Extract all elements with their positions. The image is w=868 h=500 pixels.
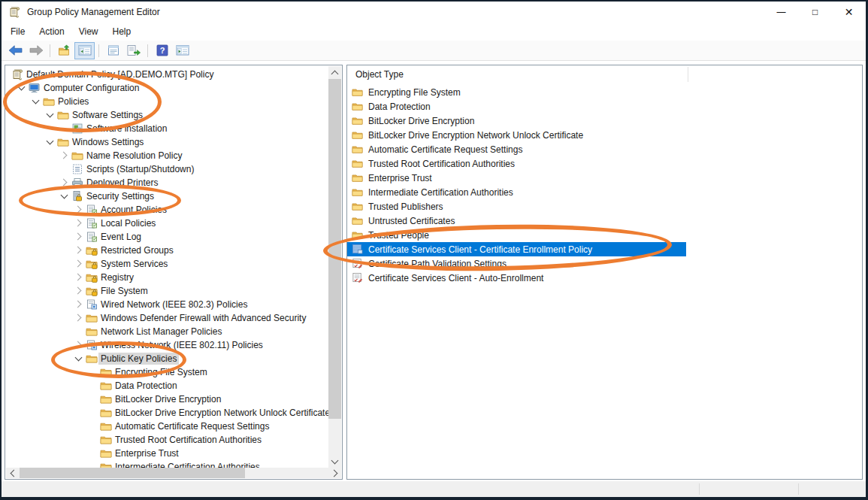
list-item[interactable]: Certificate Path Validation Settings — [347, 256, 862, 271]
tree-item[interactable]: BitLocker Drive Encryption — [5, 392, 329, 406]
chevron-right-icon[interactable] — [74, 272, 84, 283]
show-console-tree-button[interactable] — [74, 42, 95, 59]
minimize-button[interactable]: — — [764, 2, 798, 23]
tree-item[interactable]: BitLocker Drive Encryption Network Unloc… — [5, 406, 329, 420]
chevron-right-icon[interactable] — [74, 232, 84, 242]
list-item[interactable]: Untrusted Certificates — [347, 214, 862, 228]
help-button[interactable]: ? — [152, 42, 172, 59]
tree-item[interactable]: Software installation — [5, 122, 329, 135]
console-tree-pane: Default Domain Policy [AD.DEMO.MTG] Poli… — [5, 65, 343, 480]
chevron-down-icon[interactable] — [74, 353, 84, 364]
horizontal-scrollbar[interactable] — [6, 468, 341, 478]
vertical-scrollbar[interactable] — [328, 66, 341, 468]
tree-item-label: File System — [98, 285, 150, 297]
chevron-down-icon[interactable] — [17, 83, 27, 93]
tree-item[interactable]: Encrypting File System — [5, 365, 329, 379]
properties-button[interactable] — [103, 42, 123, 59]
scroll-down-arrow-icon[interactable] — [328, 455, 341, 468]
tree-item[interactable]: Deployed Printers — [5, 176, 329, 189]
tree-item[interactable]: Enterprise Trust — [5, 447, 329, 460]
up-one-level-button[interactable] — [54, 42, 74, 59]
chevron-right-icon[interactable] — [59, 150, 70, 161]
close-button[interactable]: ✕ — [832, 2, 866, 23]
menu-action[interactable]: Action — [32, 23, 71, 40]
chevron-right-icon[interactable] — [74, 218, 84, 229]
export-list-button[interactable] — [123, 42, 144, 59]
tree-item[interactable]: Computer Configuration — [5, 81, 329, 95]
chevron-right-icon[interactable] — [74, 340, 84, 350]
tree-item[interactable]: Default Domain Policy [AD.DEMO.MTG] Poli… — [5, 68, 329, 81]
chevron-right-icon[interactable] — [74, 259, 84, 269]
list-item[interactable]: BitLocker Drive Encryption Network Unloc… — [347, 128, 862, 142]
chevron-right-icon[interactable] — [74, 286, 84, 296]
folder-icon — [352, 215, 363, 226]
tree-item[interactable]: System Services — [5, 257, 329, 271]
tree-item[interactable]: File System — [5, 284, 329, 298]
tree-item[interactable]: Wired Network (IEEE 802.3) Policies — [5, 298, 329, 311]
tree-item[interactable]: Data Protection — [5, 379, 329, 392]
list-item-selected[interactable]: Certificate Services Client - Certificat… — [347, 242, 686, 256]
status-bar — [2, 481, 866, 497]
chevron-right-icon[interactable] — [59, 177, 70, 188]
chevron-down-icon[interactable] — [45, 110, 56, 120]
tree-item[interactable]: Name Resolution Policy — [5, 149, 329, 162]
list-item[interactable]: Enterprise Trust — [347, 171, 862, 185]
tree-item[interactable]: Trusted Root Certification Authorities — [5, 433, 329, 447]
chevron-right-icon[interactable] — [74, 313, 84, 323]
forward-arrow-icon — [28, 44, 44, 56]
tree-item[interactable]: Intermediate Certification Authorities — [5, 460, 329, 468]
menu-file[interactable]: File — [4, 23, 32, 40]
forward-button[interactable] — [26, 42, 46, 59]
tree-item[interactable]: Network List Manager Policies — [5, 325, 329, 338]
list-item[interactable]: Data Protection — [347, 99, 862, 114]
tree-item[interactable]: Policies — [5, 95, 329, 108]
tree-item[interactable]: Scripts (Startup/Shutdown) — [5, 162, 329, 176]
list-item[interactable]: Automatic Certificate Request Settings — [347, 142, 862, 156]
tree-item[interactable]: Account Policies — [5, 203, 329, 217]
tree-item[interactable]: Windows Defender Firewall with Advanced … — [5, 311, 329, 325]
list-item[interactable]: BitLocker Drive Encryption — [347, 114, 862, 128]
chevron-down-icon[interactable] — [59, 191, 70, 202]
back-button[interactable] — [5, 42, 26, 59]
tree-item[interactable]: Registry — [5, 271, 329, 284]
tree-item-label: BitLocker Drive Encryption — [113, 393, 223, 405]
list-item[interactable]: Trusted People — [347, 228, 862, 242]
tree-item-label: Data Protection — [113, 380, 180, 392]
chevron-right-icon[interactable] — [74, 245, 84, 256]
status-bar-separator — [798, 483, 799, 495]
menu-view[interactable]: View — [72, 23, 105, 40]
column-divider[interactable] — [688, 67, 688, 82]
tree-item[interactable]: Security Settings — [5, 189, 329, 203]
list-item[interactable]: Intermediate Certification Authorities — [347, 185, 862, 199]
chevron-down-icon[interactable] — [31, 96, 41, 107]
scroll-up-arrow-icon[interactable] — [328, 66, 341, 79]
list-item[interactable]: Trusted Root Certification Authorities — [347, 156, 862, 171]
chevron-spacer — [88, 380, 98, 391]
tree-item[interactable]: Software Settings — [5, 108, 329, 122]
scroll-right-arrow-icon[interactable] — [328, 468, 341, 478]
tree-item-selected[interactable]: Public Key Policies — [5, 352, 329, 365]
tree-item[interactable]: Wireless Network (IEEE 802.11) Policies — [5, 338, 329, 352]
scroll-left-arrow-icon[interactable] — [6, 468, 19, 478]
chevron-right-icon[interactable] — [74, 299, 84, 310]
chevron-right-icon[interactable] — [74, 205, 84, 215]
horizontal-scroll-thumb[interactable] — [20, 468, 245, 478]
tree-item-label: Software Settings — [70, 109, 145, 121]
tree-item[interactable]: Windows Settings — [5, 135, 329, 149]
vertical-scroll-thumb[interactable] — [328, 79, 341, 419]
chevron-down-icon[interactable] — [45, 137, 56, 147]
maximize-button[interactable]: □ — [798, 2, 832, 23]
list-item[interactable]: Certificate Services Client - Auto-Enrol… — [347, 271, 862, 285]
folder-icon — [352, 186, 363, 198]
list-item-label: BitLocker Drive Encryption — [366, 115, 476, 127]
menu-help[interactable]: Help — [106, 23, 138, 40]
column-header-object-type[interactable]: Object Type — [347, 65, 404, 83]
tree-item[interactable]: Event Log — [5, 230, 329, 244]
tree-item[interactable]: Local Policies — [5, 217, 329, 230]
list-item[interactable]: Encrypting File System — [347, 85, 862, 99]
new-window-button[interactable] — [172, 42, 192, 59]
list-item[interactable]: Trusted Publishers — [347, 199, 862, 214]
tree-item[interactable]: Restricted Groups — [5, 244, 329, 257]
list-item-label: Trusted Root Certification Authorities — [366, 158, 517, 170]
tree-item[interactable]: Automatic Certificate Request Settings — [5, 420, 329, 433]
